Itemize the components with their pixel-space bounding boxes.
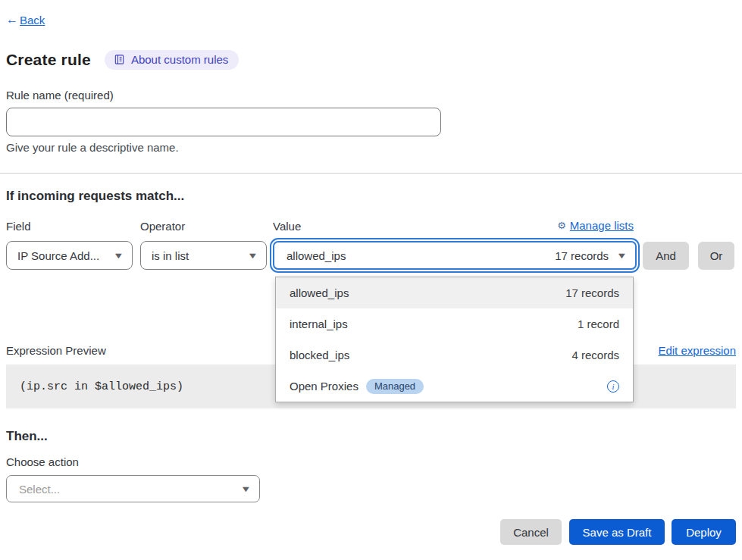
list-item-name: blocked_ips — [290, 349, 349, 361]
field-select[interactable]: IP Source Add... ▼ — [6, 241, 133, 270]
gear-icon: ⚙ — [557, 220, 566, 231]
back-link-label: Back — [20, 14, 45, 27]
info-icon[interactable]: i — [607, 380, 619, 393]
expression-preview-label: Expression Preview — [6, 344, 106, 357]
value-label: Value — [273, 220, 301, 233]
list-dropdown: allowed_ips 17 records internal_ips 1 re… — [275, 277, 634, 402]
rule-name-input[interactable] — [6, 108, 441, 136]
edit-expression-link[interactable]: Edit expression — [658, 344, 736, 357]
chevron-down-icon: ▼ — [616, 251, 628, 260]
list-item-name: allowed_ips — [290, 286, 349, 299]
operator-select-value: is in list — [152, 249, 189, 262]
list-item-name: internal_ips — [290, 318, 348, 330]
operator-label: Operator — [140, 220, 185, 233]
action-select-placeholder: Select... — [19, 483, 60, 496]
list-item-open-proxies[interactable]: Open Proxies Managed i — [276, 371, 633, 402]
back-arrow-icon: ← — [6, 13, 18, 27]
list-item-internal-ips[interactable]: internal_ips 1 record — [276, 308, 633, 339]
manage-lists-link[interactable]: ⚙ Manage lists — [557, 219, 634, 232]
cancel-button[interactable]: Cancel — [500, 519, 562, 545]
match-section-heading: If incoming requests match... — [6, 189, 184, 204]
list-item-meta: 17 records — [565, 286, 619, 299]
manage-lists-label: Manage lists — [570, 219, 634, 232]
field-label: Field — [6, 220, 31, 233]
managed-badge: Managed — [366, 379, 424, 394]
chevron-down-icon: ▼ — [113, 251, 124, 260]
chevron-down-icon: ▼ — [247, 251, 258, 260]
save-as-draft-button[interactable]: Save as Draft — [569, 519, 665, 545]
list-item-meta: 1 record — [578, 318, 619, 330]
field-select-value: IP Source Add... — [17, 249, 99, 262]
list-item-blocked-ips[interactable]: blocked_ips 4 records — [276, 339, 633, 371]
action-select[interactable]: Select... ▼ — [6, 475, 260, 502]
value-select[interactable]: allowed_ips 17 records ▼ — [273, 241, 637, 270]
deploy-button[interactable]: Deploy — [672, 519, 736, 545]
then-section-heading: Then... — [6, 429, 48, 444]
rule-name-helper: Give your rule a descriptive name. — [6, 141, 179, 154]
expression-code: (ip.src in $allowed_ips) — [20, 380, 183, 393]
list-item-meta: 4 records — [571, 349, 619, 361]
title-row: Create rule About custom rules — [6, 50, 239, 70]
choose-action-label: Choose action — [6, 455, 79, 468]
value-select-meta: 17 records — [555, 249, 609, 262]
page-title: Create rule — [6, 51, 91, 69]
list-item-name: Open Proxies — [290, 380, 358, 393]
about-custom-rules-label: About custom rules — [131, 53, 228, 66]
value-select-name: allowed_ips — [286, 249, 346, 262]
operator-select[interactable]: is in list ▼ — [140, 241, 267, 270]
and-button[interactable]: And — [643, 242, 689, 270]
or-button[interactable]: Or — [698, 242, 734, 270]
chevron-down-icon: ▼ — [240, 484, 252, 493]
section-divider — [0, 173, 742, 174]
back-link[interactable]: ←Back — [6, 13, 45, 27]
list-item-allowed-ips[interactable]: allowed_ips 17 records — [276, 277, 633, 308]
about-custom-rules-link[interactable]: About custom rules — [105, 50, 239, 70]
rule-name-label: Rule name (required) — [6, 89, 114, 102]
book-icon — [114, 54, 125, 65]
